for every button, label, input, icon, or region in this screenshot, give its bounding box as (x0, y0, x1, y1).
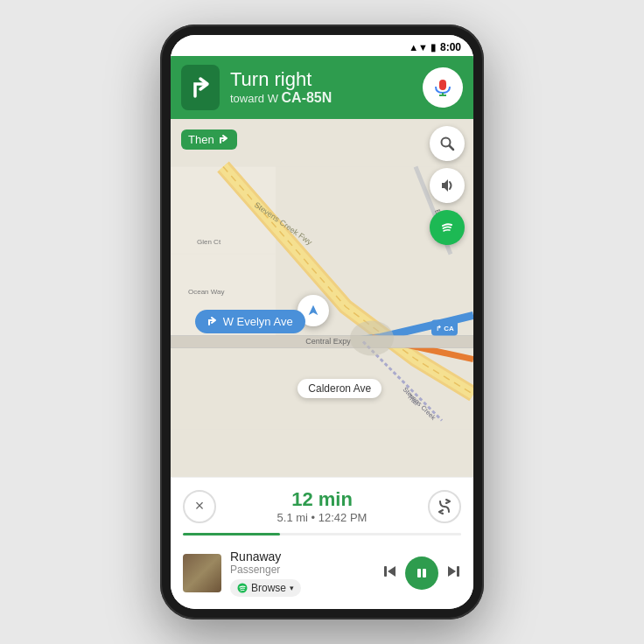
search-button[interactable] (430, 126, 465, 161)
browse-button[interactable]: Browse ▾ (230, 579, 301, 597)
navigation-arrow-icon (304, 302, 322, 319)
pause-button[interactable] (405, 556, 438, 590)
album-art-image (183, 554, 221, 592)
svg-text:↱ CA: ↱ CA (436, 325, 454, 332)
map-area: Central Expy Easy St Glen Ct Ocean Way S… (171, 119, 473, 477)
trip-distance: 5.1 mi (277, 511, 308, 524)
player-controls (382, 556, 461, 590)
svg-marker-23 (388, 566, 396, 577)
then-badge: Then (181, 130, 237, 150)
eta-time: 12 min (277, 488, 368, 511)
browse-row: Browse ▾ (230, 576, 374, 597)
phone-screen: ▲▼ ▮ 8:00 Turn right toward W CA-8 (171, 35, 473, 609)
svg-rect-0 (439, 80, 446, 90)
progress-bar (183, 533, 461, 536)
calderon-label: Calderon Ave (298, 379, 382, 398)
svg-text:Central Expy: Central Expy (305, 337, 351, 346)
svg-rect-24 (384, 566, 387, 577)
direction-block: Turn right toward W CA-85N (181, 65, 332, 110)
skip-forward-icon (445, 564, 461, 579)
svg-text:Glen Ct: Glen Ct (197, 238, 221, 246)
routes-icon (436, 498, 453, 515)
music-player: Runaway Passenger Browse ▾ (183, 544, 461, 602)
svg-rect-25 (417, 569, 421, 578)
svg-text:Ocean Way: Ocean Way (188, 288, 225, 296)
mic-icon (433, 78, 452, 97)
toward-label: toward W (230, 92, 278, 105)
pause-icon (416, 567, 428, 579)
nav-road-info: toward W CA-85N (230, 90, 332, 106)
svg-point-17 (350, 321, 394, 356)
spotify-button[interactable] (430, 210, 465, 245)
track-name: Runaway (230, 550, 374, 564)
current-street-bubble: W Evelyn Ave (195, 310, 305, 333)
track-artist: Passenger (230, 564, 374, 576)
battery-icon: ▮ (430, 42, 436, 53)
close-navigation-button[interactable]: × (183, 490, 216, 523)
svg-line-19 (450, 146, 454, 150)
volume-button[interactable] (430, 168, 465, 203)
nav-direction-label: Turn right (230, 69, 332, 90)
time-display: 8:00 (440, 41, 461, 53)
turn-indicator-icon (207, 317, 218, 327)
svg-rect-28 (457, 566, 459, 577)
progress-fill (183, 533, 280, 536)
svg-rect-26 (423, 569, 426, 578)
road-name: CA-85N (282, 90, 332, 105)
skip-back-icon (382, 564, 398, 579)
alt-routes-button[interactable] (428, 490, 461, 523)
status-icons: ▲▼ ▮ 8:00 (409, 41, 461, 53)
volume-icon (439, 178, 455, 193)
mic-button[interactable] (423, 67, 463, 108)
album-art (183, 554, 221, 592)
nav-text: Turn right toward W CA-85N (230, 69, 332, 106)
trip-info-row: × 12 min 5.1 mi • 12:42 PM (183, 488, 461, 524)
turn-right-icon (188, 74, 213, 102)
next-track-button[interactable] (445, 564, 461, 584)
nav-header: Turn right toward W CA-85N (171, 56, 473, 119)
spotify-icon (438, 219, 456, 236)
svg-marker-21 (307, 304, 319, 317)
then-arrow-icon (218, 134, 230, 146)
bottom-panel: × 12 min 5.1 mi • 12:42 PM (171, 477, 473, 609)
then-label: Then (188, 133, 214, 146)
status-bar: ▲▼ ▮ 8:00 (171, 35, 473, 56)
spotify-small-icon (237, 583, 248, 593)
signal-icon: ▲▼ (409, 42, 428, 52)
turn-arrow-box (181, 65, 220, 110)
browse-label: Browse (251, 582, 286, 594)
previous-track-button[interactable] (382, 564, 398, 584)
trip-meta: 5.1 mi • 12:42 PM (277, 511, 368, 524)
dropdown-icon: ▾ (290, 584, 294, 592)
search-icon (439, 136, 455, 151)
phone-frame: ▲▼ ▮ 8:00 Turn right toward W CA-8 (160, 24, 484, 620)
trip-eta: 12:42 PM (318, 511, 368, 524)
svg-marker-27 (448, 566, 456, 577)
trip-details: 12 min 5.1 mi • 12:42 PM (277, 488, 368, 524)
separator: • (312, 511, 318, 524)
street-name-label: W Evelyn Ave (223, 315, 293, 328)
track-info: Runaway Passenger Browse ▾ (230, 550, 374, 597)
map-controls (430, 126, 465, 245)
